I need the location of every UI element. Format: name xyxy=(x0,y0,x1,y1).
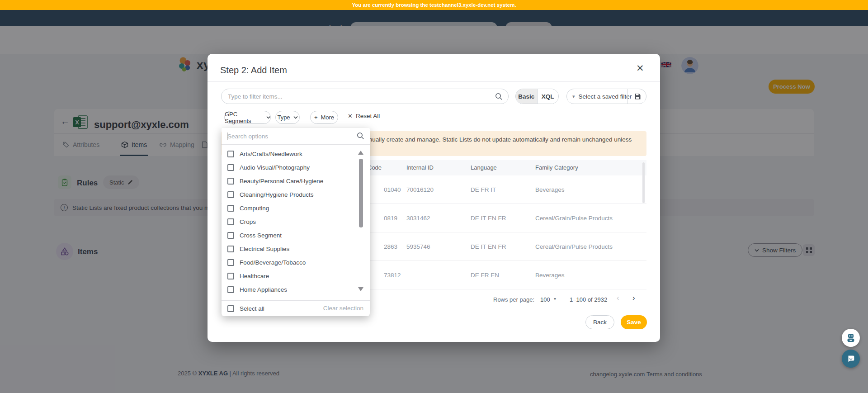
close-icon[interactable]: ✕ xyxy=(636,63,644,74)
chatbot-button[interactable] xyxy=(842,329,860,347)
system-environment-banner: You are currently browsing the testchann… xyxy=(0,0,868,10)
checkbox[interactable] xyxy=(227,164,234,171)
robot-icon xyxy=(845,332,856,343)
gpc-options-search[interactable] xyxy=(222,128,370,145)
plus-icon: + xyxy=(314,114,318,121)
chip-label: More xyxy=(321,114,334,121)
system-environment-banner-text: You are currently browsing the testchann… xyxy=(352,2,516,8)
cell-code: 0819 xyxy=(384,204,397,232)
reset-all-label: Reset All xyxy=(356,113,380,119)
scroll-up-arrow[interactable] xyxy=(358,151,363,155)
cell-family-category: Beverages xyxy=(535,175,565,204)
previous-page-button[interactable]: ‹ xyxy=(617,294,619,303)
gpc-option-food-beverage-tobacco[interactable]: Food/Beverage/Tobacco xyxy=(222,256,370,269)
checkbox[interactable] xyxy=(227,191,234,198)
checkbox[interactable] xyxy=(227,246,234,252)
saved-filter-placeholder: Select a saved filter xyxy=(579,93,632,100)
gpc-segments-dropdown: Arts/Crafts/Needlework Audio Visual/Phot… xyxy=(222,128,370,316)
select-all-label: Select all xyxy=(240,305,264,312)
option-label: Food/Beverage/Tobacco xyxy=(240,259,306,266)
filter-chip-more[interactable]: + More xyxy=(310,111,338,124)
chip-label: GPC Segments xyxy=(225,111,263,124)
option-label: Healthcare xyxy=(240,273,269,279)
next-page-button[interactable]: › xyxy=(632,294,635,303)
checkbox[interactable] xyxy=(227,205,234,212)
item-filter-search[interactable] xyxy=(221,89,509,104)
gpc-option-audio-visual-photography[interactable]: Audio Visual/Photography xyxy=(222,161,370,174)
option-label: Home Appliances xyxy=(240,286,287,293)
cell-language: DE FR EN xyxy=(471,261,499,289)
option-label: Cross Segment xyxy=(240,232,282,239)
column-header-family-category: Family Category xyxy=(535,160,578,175)
scrollbar-thumb[interactable] xyxy=(359,159,363,227)
cell-internal-id: 5935746 xyxy=(406,232,430,261)
checkbox[interactable] xyxy=(227,305,234,312)
reset-all-button[interactable]: ✕ Reset All xyxy=(348,113,380,119)
chip-label: Type xyxy=(277,114,290,121)
gpc-option-electrical-supplies[interactable]: Electrical Supplies xyxy=(222,242,370,256)
checkbox[interactable] xyxy=(227,218,234,225)
table-scrollbar[interactable] xyxy=(642,162,645,203)
chat-bubble-icon xyxy=(846,354,856,364)
divider xyxy=(208,81,660,82)
saved-filter-select[interactable]: ▾ Select a saved filter xyxy=(566,89,646,104)
mode-xql-button[interactable]: XQL xyxy=(538,89,559,104)
cell-language: DE IT EN FR xyxy=(471,232,506,261)
cell-code: 73812 xyxy=(384,261,401,289)
chevron-down-icon xyxy=(266,116,270,119)
filter-chip-gpc-segments[interactable]: GPC Segments xyxy=(224,111,271,124)
checkbox[interactable] xyxy=(227,232,234,239)
gpc-option-beauty-personal-care-hygiene[interactable]: Beauty/Personal Care/Hygiene xyxy=(222,174,370,188)
cell-code: 2863 xyxy=(384,232,397,261)
cell-language: DE IT EN FR xyxy=(471,204,506,232)
save-button[interactable]: Save xyxy=(621,315,647,329)
cell-family-category: Cereal/Grain/Pulse Products xyxy=(535,204,613,232)
option-label: Beauty/Personal Care/Hygiene xyxy=(240,178,323,185)
gpc-option-cross-segment[interactable]: Cross Segment xyxy=(222,228,370,242)
rows-per-page-label: Rows per page: xyxy=(493,296,534,303)
option-label: Arts/Crafts/Needlework xyxy=(240,151,302,157)
checkbox[interactable] xyxy=(227,178,234,185)
gpc-option-healthcare[interactable]: Healthcare xyxy=(222,269,370,283)
cell-language: DE FR IT xyxy=(471,175,496,204)
caret-down-icon: ▾ xyxy=(572,94,575,99)
filter-chip-type[interactable]: Type xyxy=(275,111,300,124)
column-header-language: Language xyxy=(471,160,497,175)
chat-button[interactable] xyxy=(842,350,860,368)
back-button[interactable]: Back xyxy=(585,315,614,329)
floating-action-stack xyxy=(842,329,860,368)
column-header-internal-id: Internal ID xyxy=(406,160,434,175)
gpc-option-crops[interactable]: Crops xyxy=(222,215,370,228)
query-mode-toggle: Basic XQL xyxy=(515,89,559,104)
gpc-dropdown-footer: Select all Clear selection xyxy=(222,300,370,316)
gpc-options-list: Arts/Crafts/Needlework Audio Visual/Phot… xyxy=(222,147,370,296)
option-label: Computing xyxy=(240,205,269,212)
x-icon: ✕ xyxy=(348,113,353,119)
option-label: Crops xyxy=(240,218,256,225)
gpc-option-arts-crafts-needlework[interactable]: Arts/Crafts/Needlework xyxy=(222,147,370,161)
gpc-option-computing[interactable]: Computing xyxy=(222,201,370,215)
cell-internal-id: 70016120 xyxy=(406,175,434,204)
cell-family-category: Cereal/Grain/Pulse Products xyxy=(535,232,613,261)
select-all-option[interactable]: Select all xyxy=(222,301,303,317)
checkbox[interactable] xyxy=(227,286,234,293)
item-filter-search-input[interactable] xyxy=(228,89,490,104)
checkbox[interactable] xyxy=(227,259,234,266)
gpc-option-home-appliances[interactable]: Home Appliances xyxy=(222,283,370,296)
rows-per-page-select[interactable]: 100 xyxy=(540,296,550,303)
save-filter-icon[interactable] xyxy=(634,93,641,102)
gpc-option-cleaning-hygiene-products[interactable]: Cleaning/Hygiene Products xyxy=(222,188,370,201)
option-label: Cleaning/Hygiene Products xyxy=(240,191,314,198)
gpc-options-search-input[interactable] xyxy=(227,128,349,144)
checkbox[interactable] xyxy=(227,151,234,157)
mode-basic-button[interactable]: Basic xyxy=(516,89,538,104)
search-icon xyxy=(357,132,364,142)
cell-code: 01040 xyxy=(384,175,401,204)
application-window: You are currently browsing the testchann… xyxy=(0,0,868,393)
clear-selection-button[interactable]: Clear selection xyxy=(323,305,363,312)
chevron-down-icon xyxy=(293,116,298,119)
cell-internal-id: 3031462 xyxy=(406,204,430,232)
scroll-down-arrow[interactable] xyxy=(358,287,363,291)
checkbox[interactable] xyxy=(227,273,234,279)
divider xyxy=(627,89,628,104)
